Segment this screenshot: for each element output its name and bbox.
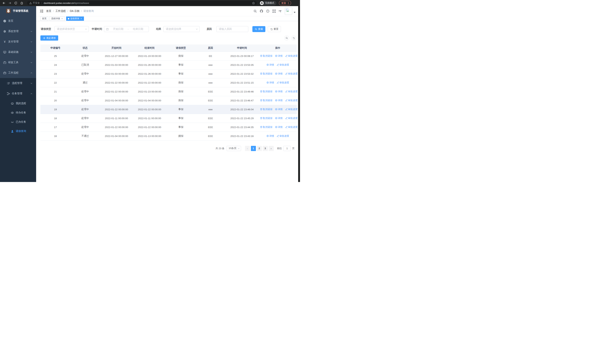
update-button[interactable]: 更新 [279, 1, 291, 5]
bookmark-star-icon[interactable] [252, 2, 255, 5]
action-cancel-link[interactable]: 取消请假 [260, 99, 272, 102]
next-page-button[interactable]: › [269, 146, 274, 151]
page-button-2[interactable]: 2 [257, 146, 262, 151]
tab-请假查询[interactable]: 请假查询× [66, 17, 84, 21]
apply-time-range-input[interactable]: 开始日期 - 结束日期 [104, 26, 149, 32]
edit-icon [285, 73, 288, 75]
reset-button[interactable]: 重置 [268, 26, 281, 32]
action-progress-link[interactable]: 审批进度 [277, 63, 289, 66]
action-view-link[interactable]: 详情 [266, 134, 274, 138]
github-icon[interactable] [260, 9, 263, 13]
sidebar-item-支付管理[interactable]: ¥支付管理 [0, 37, 36, 47]
tab-流程详情[interactable]: 流程详情× [49, 17, 65, 21]
result-placeholder: 请选择流结果 [166, 28, 196, 31]
action-view-link[interactable]: 详情 [275, 72, 282, 75]
sidebar-filler [0, 136, 36, 182]
page-size-select[interactable]: 10条/页 [227, 146, 241, 151]
action-view-link[interactable]: 详情 [275, 108, 282, 111]
breadcrumb-item[interactable]: 首页 [46, 9, 51, 13]
browser-menu-dots-icon[interactable] [287, 2, 290, 4]
reload-icon[interactable] [14, 1, 18, 5]
action-progress-link[interactable]: 审批进度 [277, 134, 289, 138]
action-cancel-link[interactable]: 取消请假 [260, 125, 272, 129]
avatar[interactable] [285, 7, 292, 15]
leave-type-select[interactable]: 请选择请假类型 [55, 26, 89, 32]
chevron-down-icon [30, 51, 32, 53]
action-view-link[interactable]: 详情 [266, 63, 274, 66]
sidebar-item-流程管理[interactable]: 流程管理 [0, 78, 36, 88]
avatar-caret-icon[interactable] [294, 12, 296, 13]
home-icon[interactable] [20, 1, 24, 5]
reason-input[interactable]: 请输入原因 [216, 26, 248, 32]
breadcrumb-item[interactable]: 工作流程 [56, 9, 66, 13]
action-progress-link[interactable]: 审批进度 [285, 117, 298, 120]
action-cancel-link[interactable]: 取消请假 [260, 108, 272, 111]
cell-applied: 2022-01-22 23:46:47 [225, 96, 259, 105]
cell-actions: 详情审批进度 [259, 131, 297, 140]
sidebar-item-已办任务[interactable]: 已办任务 [0, 117, 36, 127]
sidebar-collapse-icon[interactable] [40, 10, 43, 13]
back-icon[interactable] [2, 1, 6, 5]
sidebar-item-待办任务[interactable]: 待办任务 [0, 108, 36, 117]
cell-type: 事假 [166, 69, 196, 78]
toolbar-refresh-button[interactable] [291, 36, 296, 40]
action-view-link[interactable]: 详情 [275, 117, 282, 120]
cell-start: 2021-12-27 00:00:00 [100, 52, 133, 60]
action-view-link[interactable]: 详情 [266, 81, 274, 84]
forward-icon[interactable] [8, 1, 12, 5]
gear-icon [3, 30, 6, 33]
sidebar-item-研发工具[interactable]: 研发工具 [0, 57, 36, 68]
action-cancel-link[interactable]: 取消请假 [260, 90, 272, 93]
help-icon[interactable]: ? [266, 9, 269, 13]
action-cancel-link[interactable]: 取消请假 [260, 117, 272, 120]
main-area: 首页/工作流程/OA 示例/请假查询 ? TT 首页流程详情×请假查询× 请假类… [36, 6, 298, 182]
app-logo-row[interactable]: 芋道管理系统 [0, 6, 36, 16]
sidebar-item-首页[interactable]: 首页 [0, 16, 36, 26]
action-cancel-link[interactable]: 取消请假 [260, 54, 272, 58]
action-progress-link[interactable]: 审批进度 [285, 108, 298, 111]
search-button[interactable]: 搜索 [252, 26, 265, 32]
leave-type-placeholder: 请选择请假类型 [57, 28, 85, 31]
sidebar-item-基础设施[interactable]: 基础设施 [0, 47, 36, 57]
action-progress-link[interactable]: 审批进度 [285, 54, 298, 58]
font-size-icon[interactable]: TT [279, 9, 281, 13]
action-view-link[interactable]: 详情 [275, 125, 282, 129]
action-progress-link[interactable]: 审批进度 [285, 125, 298, 129]
prev-page-button[interactable]: ‹ [245, 146, 250, 151]
sidebar-item-我的流程[interactable]: 我的流程 [0, 99, 36, 108]
breadcrumb-item[interactable]: OA 示例 [70, 9, 79, 13]
table-row: 23处理中2022-01-03 00:00:002022-01-26 00:00… [40, 69, 297, 78]
action-cancel-link[interactable]: 取消请假 [260, 72, 272, 75]
action-view-link[interactable]: 详情 [275, 90, 282, 93]
action-progress-link[interactable]: 审批进度 [285, 99, 298, 102]
address-bar[interactable]: 不安全 dashboard.yudao.iocoder.cn/bpm/oa/le… [27, 1, 257, 5]
action-progress-link[interactable]: 审批进度 [285, 90, 298, 93]
sidebar-item-工作流程[interactable]: 工作流程 [0, 68, 36, 78]
page-button-1[interactable]: 1 [251, 146, 256, 151]
sidebar-item-系统管理[interactable]: 系统管理 [0, 26, 36, 37]
page-button-3[interactable]: 3 [263, 146, 268, 151]
browser-scrollbar[interactable] [298, 6, 300, 182]
action-progress-link[interactable]: 审批进度 [285, 72, 298, 75]
refresh-icon [293, 37, 295, 39]
tab-首页[interactable]: 首页 [40, 17, 48, 21]
fullscreen-icon[interactable] [272, 9, 276, 13]
create-leave-button[interactable]: 发起请假 [40, 35, 58, 41]
search-icon[interactable] [253, 9, 257, 13]
tab-close-icon[interactable]: × [80, 18, 82, 20]
goto-page-input[interactable]: 1 [283, 146, 291, 151]
tab-close-icon[interactable]: × [61, 18, 63, 20]
action-view-link[interactable]: 详情 [275, 99, 282, 102]
result-select[interactable]: 请选择流结果 [163, 26, 200, 32]
end-date-placeholder: 结束日期 [129, 28, 147, 31]
action-progress-link[interactable]: 审批进度 [277, 81, 289, 84]
breadcrumb-item: 请假查询 [83, 9, 94, 13]
sidebar-item-请假查询[interactable]: 请假查询 [0, 127, 36, 136]
list-icon [7, 82, 10, 85]
toolbar-search-toggle-button[interactable] [284, 36, 289, 40]
action-label: 详情 [278, 108, 282, 111]
action-view-link[interactable]: 详情 [275, 54, 282, 58]
sidebar-item-label: 我的流程 [16, 102, 26, 105]
sidebar-item-任务管理[interactable]: 任务管理 [0, 88, 36, 99]
user-icon [11, 130, 14, 133]
